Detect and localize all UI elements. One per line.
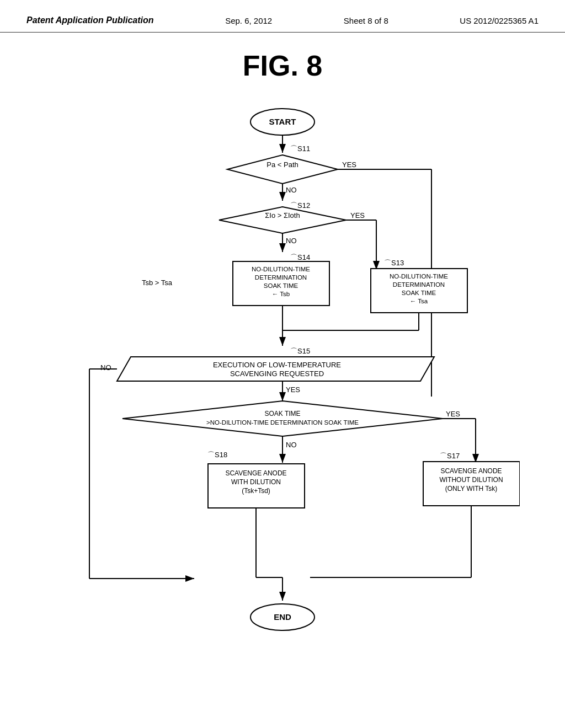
s11-no-label: NO	[286, 186, 297, 194]
s15-no-label: NO	[100, 363, 111, 372]
s14-text1: NO-DILUTION-TIME	[252, 266, 310, 272]
s17-text3: (ONLY WITH Tsk)	[445, 485, 498, 493]
patent-number: US 2012/0225365 A1	[460, 16, 539, 25]
s13-text2: DETERMINATION	[393, 281, 445, 288]
s14-label: ⌒S14	[290, 253, 310, 261]
s13-text1: NO-DILUTION-TIME	[390, 273, 448, 280]
flowchart-container: START ⌒S11 Pa < Path YES NO ⌒S12 ΣIo > Σ…	[0, 99, 565, 661]
s13-label: ⌒S13	[384, 259, 404, 267]
s12-no-label: NO	[286, 237, 297, 245]
s17-text1: SCAVENGE ANODE	[440, 467, 502, 475]
publication-date: Sep. 6, 2012	[225, 16, 272, 25]
s16-diamond	[122, 401, 443, 436]
tsb-tsa-label: Tsb > Tsa	[142, 279, 173, 287]
s16-no-label: NO	[286, 441, 297, 449]
flowchart-svg: START ⌒S11 Pa < Path YES NO ⌒S12 ΣIo > Σ…	[45, 99, 520, 661]
s12-yes-label: YES	[350, 211, 365, 220]
end-label: END	[274, 612, 291, 622]
sheet-info: Sheet 8 of 8	[344, 16, 388, 25]
page-header: Patent Application Publication Sep. 6, 2…	[0, 0, 565, 33]
s11-label: ⌒S11	[290, 144, 310, 153]
s11-yes-label: YES	[342, 160, 356, 169]
s18-text3: (Tsk+Tsd)	[242, 487, 270, 495]
start-label: START	[269, 117, 296, 126]
s14-text4: ← Tsb	[272, 291, 290, 297]
s12-label: ⌒S12	[290, 201, 310, 210]
s16-yes-label: YES	[446, 410, 460, 418]
s16-text2: >NO-DILUTION-TIME DETERMINATION SOAK TIM…	[206, 419, 359, 426]
s14-text2: DETERMINATION	[255, 274, 307, 281]
s17-label: ⌒S17	[440, 452, 460, 460]
s15-text2: SCAVENGING REQUESTED	[230, 370, 324, 378]
s15-yes-label: YES	[286, 386, 300, 394]
s13-text4: ← Tsa	[410, 298, 428, 304]
s18-label: ⌒S18	[207, 451, 227, 459]
s18-text2: WITH DILUTION	[231, 478, 281, 486]
s15-label: ⌒S15	[290, 347, 310, 355]
s15-text1: EXECUTION OF LOW-TEMPERATURE	[213, 361, 341, 369]
figure-title: FIG. 8	[0, 49, 565, 82]
s16-text1: SOAK TIME	[264, 410, 300, 417]
s11-cond-line1: Pa < Path	[266, 160, 298, 169]
s14-text3: SOAK TIME	[264, 282, 299, 289]
s18-text1: SCAVENGE ANODE	[225, 469, 286, 477]
publication-title: Patent Application Publication	[26, 15, 154, 25]
s12-cond-line1: ΣIo > ΣIoth	[265, 211, 300, 220]
s17-text2: WITHOUT DILUTION	[439, 476, 503, 484]
s11-diamond	[227, 155, 338, 184]
s13-text3: SOAK TIME	[402, 290, 436, 296]
